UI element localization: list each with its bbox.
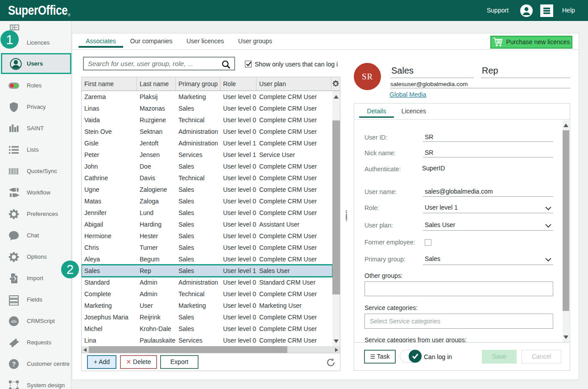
svg-text:</>: </> bbox=[11, 319, 17, 324]
svg-text:?: ? bbox=[12, 360, 16, 368]
